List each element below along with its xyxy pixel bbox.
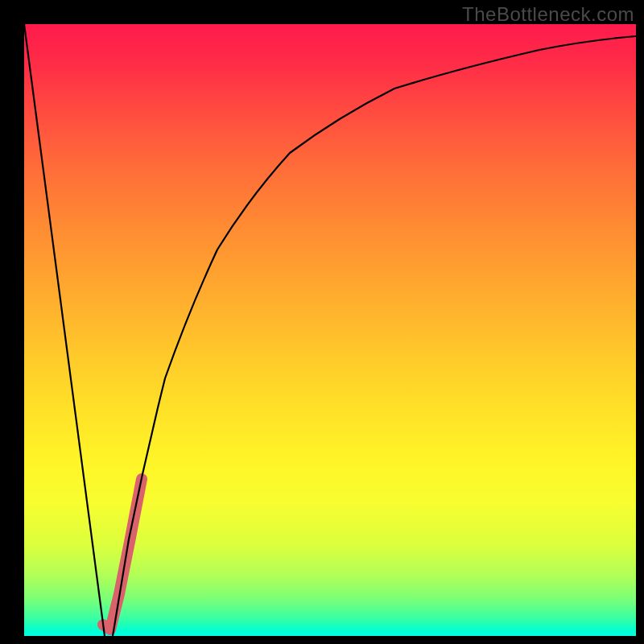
plot-area xyxy=(24,24,636,636)
curve-layer xyxy=(24,24,636,636)
chart-frame: TheBottleneck.com xyxy=(0,0,644,644)
left-descent-line xyxy=(24,24,105,636)
watermark-label: TheBottleneck.com xyxy=(462,3,634,26)
right-log-curve xyxy=(113,36,636,636)
